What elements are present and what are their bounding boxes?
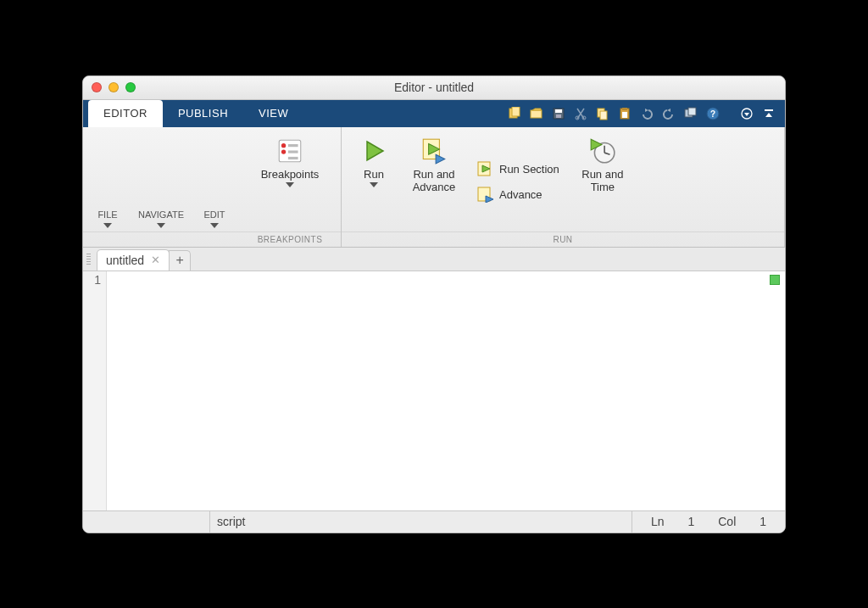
run-and-time-icon <box>587 136 618 166</box>
window-title: Editor - untitled <box>83 81 785 94</box>
group-label-run: RUN <box>342 231 784 247</box>
undo-icon[interactable] <box>637 104 656 123</box>
close-tab-icon[interactable]: ✕ <box>151 254 160 266</box>
svg-rect-2 <box>531 110 542 118</box>
tab-view[interactable]: VIEW <box>243 100 303 127</box>
svg-marker-23 <box>765 113 772 117</box>
svg-rect-10 <box>600 111 607 120</box>
run-button[interactable]: Run <box>348 132 399 231</box>
svg-rect-12 <box>622 108 627 110</box>
run-section-button[interactable]: Run Section <box>477 160 559 177</box>
dropdown-toggle-icon[interactable] <box>737 104 756 123</box>
ln-value: 1 <box>688 515 695 528</box>
paste-icon[interactable] <box>615 104 634 123</box>
col-value: 1 <box>760 515 766 528</box>
file-tab-bar: untitled ✕ + <box>83 248 785 271</box>
redo-icon[interactable] <box>659 104 678 123</box>
group-label-blank <box>83 231 239 247</box>
run-and-advance-icon <box>419 136 449 166</box>
tab-editor[interactable]: EDITOR <box>88 100 163 127</box>
breakpoints-icon <box>275 136 305 166</box>
breakpoints-button[interactable]: Breakpoints <box>246 132 334 231</box>
caret-icon <box>370 182 378 187</box>
file-label: FILE <box>97 209 117 220</box>
svg-rect-6 <box>556 114 561 118</box>
svg-marker-30 <box>367 142 383 160</box>
code-area[interactable] <box>107 271 785 510</box>
copy-icon[interactable] <box>593 104 612 123</box>
run-label: Run <box>364 168 384 181</box>
svg-rect-1 <box>512 107 520 116</box>
file-tab-untitled[interactable]: untitled ✕ <box>97 249 170 271</box>
caret-icon <box>103 223 112 228</box>
svg-marker-3 <box>532 109 541 110</box>
code-status-indicator-icon <box>770 275 780 285</box>
windows-icon[interactable] <box>682 104 700 123</box>
ribbon: FILE NAVIGATE EDIT <box>83 127 785 248</box>
run-section-group: Run Section Advance <box>469 160 568 203</box>
ribbon-group-run: Run Run and Advance Run Section <box>342 127 785 247</box>
breakpoints-label: Breakpoints <box>261 168 320 181</box>
status-spacer <box>83 511 210 533</box>
minimize-window-button[interactable] <box>108 82 119 92</box>
ribbon-group-file: FILE NAVIGATE EDIT <box>83 127 239 247</box>
svg-rect-26 <box>288 144 298 147</box>
titlebar: Editor - untitled <box>83 76 785 100</box>
advance-button[interactable]: Advance <box>477 186 559 203</box>
tab-publish[interactable]: PUBLISH <box>163 100 243 127</box>
run-icon <box>359 136 389 166</box>
col-label: Col <box>718 515 736 528</box>
svg-point-25 <box>281 142 286 147</box>
svg-rect-17 <box>688 108 696 115</box>
svg-point-27 <box>281 149 286 153</box>
navigate-label: NAVIGATE <box>138 209 184 220</box>
status-file-type: script <box>210 511 632 533</box>
svg-rect-13 <box>622 112 627 118</box>
svg-rect-29 <box>288 156 298 159</box>
new-file-icon[interactable] <box>505 104 524 123</box>
save-icon[interactable] <box>549 104 568 123</box>
ln-label: Ln <box>651 515 665 528</box>
run-section-icon <box>477 160 494 177</box>
toolstrip: EDITOR PUBLISH VIEW <box>83 100 785 127</box>
svg-marker-14 <box>645 109 648 112</box>
svg-marker-33 <box>436 154 445 164</box>
svg-marker-21 <box>744 113 749 116</box>
advance-label: Advance <box>499 188 542 201</box>
run-and-time-button[interactable]: Run and Time <box>570 132 636 231</box>
editor-area: 1 <box>83 271 785 510</box>
ribbon-group-breakpoints: Breakpoints BREAKPOINTS <box>239 127 342 247</box>
svg-rect-5 <box>555 109 562 113</box>
caret-icon <box>210 223 219 228</box>
line-number: 1 <box>83 273 101 287</box>
svg-text:?: ? <box>710 109 715 119</box>
navigate-menu[interactable]: NAVIGATE <box>131 132 192 231</box>
svg-rect-22 <box>765 109 773 111</box>
run-and-advance-button[interactable]: Run and Advance <box>401 132 467 231</box>
run-and-advance-label: Run and Advance <box>401 168 467 194</box>
status-cursor-position: Ln 1 Col 1 <box>632 511 785 533</box>
toolstrip-tabs: EDITOR PUBLISH VIEW <box>88 100 303 127</box>
minimize-ribbon-icon[interactable] <box>760 104 778 123</box>
run-section-label: Run Section <box>499 163 559 176</box>
window-controls <box>92 82 136 92</box>
help-icon[interactable]: ? <box>704 104 722 123</box>
maximize-window-button[interactable] <box>125 82 136 92</box>
quick-access-toolbar: ? <box>505 100 785 127</box>
group-label-breakpoints: BREAKPOINTS <box>239 231 341 247</box>
svg-marker-15 <box>667 109 670 112</box>
line-gutter: 1 <box>83 271 107 510</box>
cut-icon[interactable] <box>571 104 590 123</box>
edit-menu[interactable]: EDIT <box>197 132 232 231</box>
add-tab-button[interactable]: + <box>169 250 191 271</box>
file-menu[interactable]: FILE <box>90 132 125 231</box>
caret-icon <box>286 182 294 187</box>
editor-window: Editor - untitled EDITOR PUBLISH VIEW <box>82 75 786 533</box>
run-and-time-label: Run and Time <box>570 168 636 194</box>
file-tab-label: untitled <box>106 254 144 267</box>
advance-icon <box>477 186 494 203</box>
drag-handle-icon[interactable] <box>83 248 93 271</box>
close-window-button[interactable] <box>92 82 102 92</box>
caret-icon <box>157 223 165 228</box>
open-icon[interactable] <box>527 104 546 123</box>
